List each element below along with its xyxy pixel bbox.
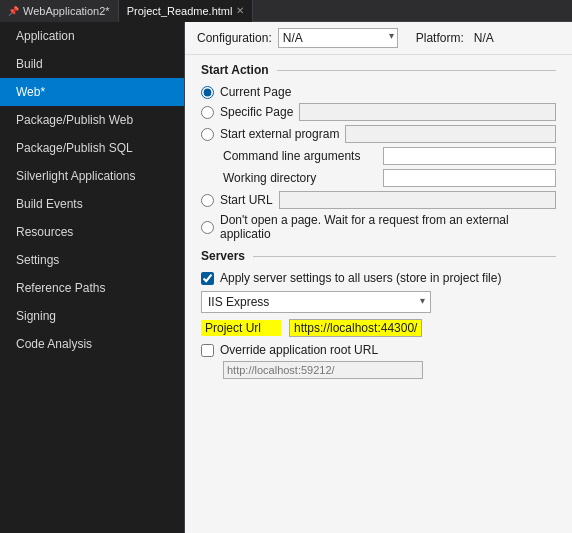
- override-input-wrapper: [201, 361, 556, 379]
- command-line-row: Command line arguments: [201, 147, 556, 165]
- sidebar-item-code-analysis[interactable]: Code Analysis: [0, 330, 184, 358]
- override-url-label[interactable]: Override application root URL: [220, 343, 378, 357]
- sidebar-item-package-publish-web[interactable]: Package/Publish Web: [0, 106, 184, 134]
- apply-server-settings-row: Apply server settings to all users (stor…: [201, 271, 556, 285]
- config-bar: Configuration: N/A Platform: N/A: [185, 22, 572, 55]
- platform-value: N/A: [474, 31, 494, 45]
- tab-pin-icon: 📌: [8, 6, 19, 16]
- radio-current-page[interactable]: [201, 86, 214, 99]
- servers-section: Servers Apply server settings to all use…: [201, 249, 556, 379]
- main-container: Application Build Web* Package/Publish W…: [0, 22, 572, 533]
- server-select-wrapper: IIS Express: [201, 291, 431, 313]
- radio-dont-open[interactable]: [201, 221, 214, 234]
- command-line-input[interactable]: [383, 147, 556, 165]
- working-directory-row: Working directory: [201, 169, 556, 187]
- apply-server-label[interactable]: Apply server settings to all users (stor…: [220, 271, 501, 285]
- override-url-input[interactable]: [223, 361, 423, 379]
- server-select[interactable]: IIS Express: [201, 291, 431, 313]
- radio-start-url[interactable]: [201, 194, 214, 207]
- radio-label-external-program[interactable]: Start external program: [220, 127, 339, 141]
- radio-label-start-url[interactable]: Start URL: [220, 193, 273, 207]
- project-url-label: Project Url: [201, 320, 281, 336]
- sidebar-item-web[interactable]: Web*: [0, 78, 184, 106]
- start-action-section-title: Start Action: [201, 63, 556, 77]
- radio-label-current-page[interactable]: Current Page: [220, 85, 291, 99]
- configuration-select-wrapper: N/A: [278, 28, 398, 48]
- sidebar-item-application[interactable]: Application: [0, 22, 184, 50]
- project-url-value: https://localhost:44300/: [289, 319, 422, 337]
- sidebar-item-package-publish-sql[interactable]: Package/Publish SQL: [0, 134, 184, 162]
- sidebar-item-resources[interactable]: Resources: [0, 218, 184, 246]
- external-program-input[interactable]: [345, 125, 556, 143]
- override-row: Override application root URL: [201, 343, 556, 357]
- title-bar: 📌 WebApplication2* Project_Readme.html ✕: [0, 0, 572, 22]
- radio-specific-page[interactable]: [201, 106, 214, 119]
- dont-open-row: Don't open a page. Wait for a request fr…: [201, 213, 556, 241]
- project-url-row: Project Url https://localhost:44300/: [201, 319, 556, 337]
- tab-readme-label: Project_Readme.html: [127, 5, 233, 17]
- sidebar-item-silverlight[interactable]: Silverlight Applications: [0, 162, 184, 190]
- sidebar-item-build-events[interactable]: Build Events: [0, 190, 184, 218]
- configuration-label: Configuration:: [197, 31, 272, 45]
- servers-section-title: Servers: [201, 249, 556, 263]
- content-inner: Start Action Current Page Specific Page …: [185, 55, 572, 387]
- sidebar-item-reference-paths[interactable]: Reference Paths: [0, 274, 184, 302]
- tab-readme[interactable]: Project_Readme.html ✕: [119, 0, 254, 22]
- sidebar-item-settings[interactable]: Settings: [0, 246, 184, 274]
- radio-label-specific-page[interactable]: Specific Page: [220, 105, 293, 119]
- content-area: Configuration: N/A Platform: N/A Start A…: [185, 22, 572, 533]
- radio-row-start-url: Start URL: [201, 191, 556, 209]
- radio-row-external-program: Start external program: [201, 125, 556, 143]
- sidebar: Application Build Web* Package/Publish W…: [0, 22, 185, 533]
- radio-row-current-page: Current Page: [201, 85, 556, 99]
- radio-row-specific-page: Specific Page: [201, 103, 556, 121]
- tab-webapp[interactable]: 📌 WebApplication2*: [0, 0, 119, 22]
- apply-server-checkbox[interactable]: [201, 272, 214, 285]
- start-url-input[interactable]: [279, 191, 556, 209]
- sidebar-item-build[interactable]: Build: [0, 50, 184, 78]
- close-icon[interactable]: ✕: [236, 5, 244, 16]
- radio-external-program[interactable]: [201, 128, 214, 141]
- tab-webapp-label: WebApplication2*: [23, 5, 110, 17]
- specific-page-input[interactable]: [299, 103, 556, 121]
- sidebar-item-signing[interactable]: Signing: [0, 302, 184, 330]
- platform-label: Platform:: [416, 31, 464, 45]
- configuration-select[interactable]: N/A: [278, 28, 398, 48]
- dont-open-text: Don't open a page. Wait for a request fr…: [220, 213, 556, 241]
- command-line-label: Command line arguments: [223, 149, 383, 163]
- working-directory-input[interactable]: [383, 169, 556, 187]
- override-url-checkbox[interactable]: [201, 344, 214, 357]
- working-directory-label: Working directory: [223, 171, 383, 185]
